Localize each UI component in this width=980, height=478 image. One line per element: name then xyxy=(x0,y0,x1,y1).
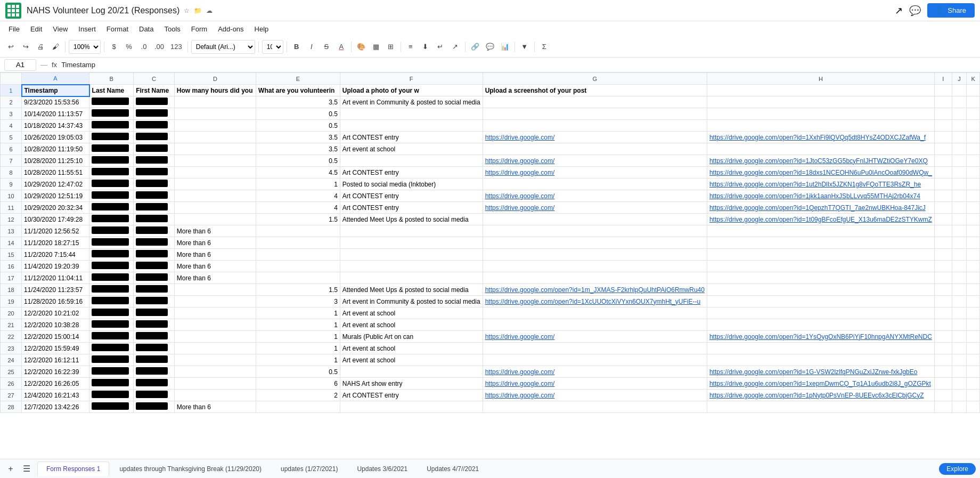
cell-f17[interactable] xyxy=(340,272,483,284)
paint-format-button[interactable]: 🖌 xyxy=(49,40,62,54)
cell-h21[interactable] xyxy=(707,319,934,331)
cell-g20[interactable] xyxy=(483,307,707,319)
cell-i1[interactable] xyxy=(934,85,952,96)
cell-i13[interactable] xyxy=(934,225,952,237)
cell-f15[interactable] xyxy=(340,249,483,261)
cell-k1[interactable] xyxy=(967,85,980,96)
cell-j26[interactable] xyxy=(952,378,966,390)
cell-e5[interactable]: 3.5 xyxy=(256,132,340,143)
cell-k9[interactable] xyxy=(967,179,980,190)
cell-i2[interactable] xyxy=(934,96,952,108)
menu-form[interactable]: Form xyxy=(187,24,211,34)
cell-a28[interactable]: 12/7/2020 13:42:26 xyxy=(22,401,89,413)
cell-i20[interactable] xyxy=(934,307,952,319)
cell-reference[interactable] xyxy=(4,59,36,71)
cell-k27[interactable] xyxy=(967,390,980,401)
cell-c1[interactable]: First Name xyxy=(134,85,175,96)
cell-e18[interactable]: 1.5 xyxy=(256,284,340,296)
cell-b15[interactable] xyxy=(89,249,134,261)
rotate-button[interactable]: ↗ xyxy=(449,40,462,54)
cell-a18[interactable]: 11/24/2020 11:23:57 xyxy=(22,284,89,296)
cell-i18[interactable] xyxy=(934,284,952,296)
cell-c17[interactable] xyxy=(134,272,175,284)
cell-a11[interactable]: 10/29/2020 20:32:34 xyxy=(22,202,89,214)
cell-i4[interactable] xyxy=(934,120,952,132)
fill-color-button[interactable]: 🎨 xyxy=(355,40,368,54)
cell-h6[interactable] xyxy=(707,143,934,155)
cell-d19[interactable] xyxy=(174,296,256,307)
row-num-4[interactable]: 4 xyxy=(1,120,22,132)
cell-b10[interactable] xyxy=(89,190,134,202)
cell-k15[interactable] xyxy=(967,249,980,261)
cell-d27[interactable] xyxy=(174,390,256,401)
cell-g8[interactable]: https://drive.google.com/ xyxy=(483,167,707,179)
cell-b11[interactable] xyxy=(89,202,134,214)
cell-j16[interactable] xyxy=(952,261,966,272)
cell-h5[interactable]: https://drive.google.com/open?id=1XxhFi9… xyxy=(707,132,934,143)
cell-h15[interactable] xyxy=(707,249,934,261)
row-num-27[interactable]: 27 xyxy=(1,390,22,401)
cell-a23[interactable]: 12/2/2020 15:59:49 xyxy=(22,343,89,354)
cell-c20[interactable] xyxy=(134,307,175,319)
cell-f22[interactable]: Murals (Public Art on can xyxy=(340,331,483,343)
cell-i11[interactable] xyxy=(934,202,952,214)
cell-h19[interactable] xyxy=(707,296,934,307)
cell-a10[interactable]: 10/29/2020 12:51:19 xyxy=(22,190,89,202)
cell-i19[interactable] xyxy=(934,296,952,307)
cell-f23[interactable]: Art event at school xyxy=(340,343,483,354)
functions-button[interactable]: Σ xyxy=(538,40,551,54)
cell-c5[interactable] xyxy=(134,132,175,143)
strikethrough-button[interactable]: S xyxy=(320,40,333,54)
cell-c7[interactable] xyxy=(134,155,175,167)
cell-e21[interactable]: 1 xyxy=(256,319,340,331)
link-button[interactable]: 🔗 xyxy=(469,40,481,54)
cell-k17[interactable] xyxy=(967,272,980,284)
cell-d1[interactable]: How many hours did you xyxy=(174,85,256,96)
cell-f10[interactable]: Art CONTEST entry xyxy=(340,190,483,202)
cell-d23[interactable] xyxy=(174,343,256,354)
folder-icon[interactable]: 📁 xyxy=(194,7,202,14)
cell-e7[interactable]: 0.5 xyxy=(256,155,340,167)
cell-e10[interactable]: 4 xyxy=(256,190,340,202)
cell-c26[interactable] xyxy=(134,378,175,390)
cell-d12[interactable] xyxy=(174,214,256,225)
cell-b28[interactable] xyxy=(89,401,134,413)
cell-k10[interactable] xyxy=(967,190,980,202)
cell-e15[interactable] xyxy=(256,249,340,261)
cell-g10[interactable]: https://drive.google.com/ xyxy=(483,190,707,202)
valign-button[interactable]: ⬇ xyxy=(419,40,432,54)
cell-i27[interactable] xyxy=(934,390,952,401)
filter-button[interactable]: ▼ xyxy=(518,40,531,54)
cell-g4[interactable] xyxy=(483,120,707,132)
cell-i3[interactable] xyxy=(934,108,952,120)
col-header-j[interactable]: J xyxy=(952,73,966,85)
cell-i14[interactable] xyxy=(934,237,952,249)
italic-button[interactable]: I xyxy=(305,40,318,54)
cell-j20[interactable] xyxy=(952,307,966,319)
cell-c6[interactable] xyxy=(134,143,175,155)
menu-help[interactable]: Help xyxy=(250,24,273,34)
cell-f24[interactable]: Art event at school xyxy=(340,354,483,366)
wrap-button[interactable]: ↵ xyxy=(434,40,447,54)
cell-a9[interactable]: 10/29/2020 12:47:02 xyxy=(22,179,89,190)
cell-h28[interactable] xyxy=(707,401,934,413)
cell-h22[interactable]: https://drive.google.com/open?id=1YsQygO… xyxy=(707,331,934,343)
cell-g6[interactable] xyxy=(483,143,707,155)
cell-f20[interactable]: Art event at school xyxy=(340,307,483,319)
cell-e26[interactable]: 6 xyxy=(256,378,340,390)
cell-a20[interactable]: 12/2/2020 10:21:02 xyxy=(22,307,89,319)
cell-b7[interactable] xyxy=(89,155,134,167)
cell-a6[interactable]: 10/28/2020 11:19:50 xyxy=(22,143,89,155)
cell-k14[interactable] xyxy=(967,237,980,249)
cell-f16[interactable] xyxy=(340,261,483,272)
cell-k4[interactable] xyxy=(967,120,980,132)
cell-g2[interactable] xyxy=(483,96,707,108)
cell-c8[interactable] xyxy=(134,167,175,179)
cell-c18[interactable] xyxy=(134,284,175,296)
cell-f18[interactable]: Attended Meet Ups & posted to social med… xyxy=(340,284,483,296)
menu-file[interactable]: File xyxy=(4,24,24,34)
cell-e13[interactable] xyxy=(256,225,340,237)
cell-e23[interactable]: 1 xyxy=(256,343,340,354)
cell-h23[interactable] xyxy=(707,343,934,354)
cell-a22[interactable]: 12/2/2020 15:00:14 xyxy=(22,331,89,343)
